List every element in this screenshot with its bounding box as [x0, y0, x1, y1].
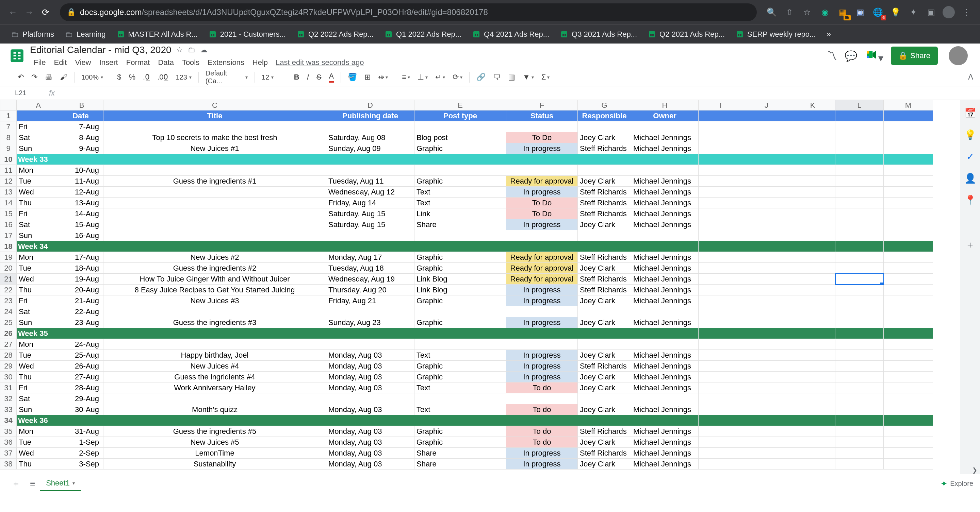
cell[interactable]: Text	[414, 382, 506, 393]
col-header-M[interactable]: M	[884, 100, 933, 111]
cell[interactable]: Joey Clark	[578, 459, 631, 469]
cell[interactable]	[698, 448, 743, 459]
cell[interactable]: Michael Jennings	[631, 350, 698, 361]
cell[interactable]: Monday, Aug 03	[326, 437, 414, 448]
cell[interactable]	[414, 339, 506, 350]
row-header[interactable]: 1	[0, 111, 17, 121]
row-header[interactable]: 27	[0, 339, 17, 350]
cell[interactable]: Michael Jennings	[631, 361, 698, 372]
cell[interactable]: Thursday, Aug 20	[326, 285, 414, 295]
explore-button[interactable]: ✦Explore	[940, 479, 973, 488]
cell[interactable]: Ready for approval	[506, 252, 578, 263]
cell[interactable]: In progress	[506, 459, 578, 469]
share-icon[interactable]: ⇧	[783, 5, 796, 19]
cell[interactable]: Fri	[17, 295, 60, 306]
cell[interactable]	[790, 382, 835, 393]
cell[interactable]: Sat	[17, 306, 60, 317]
wrap-icon[interactable]: ↵ ▾	[433, 71, 448, 83]
cell[interactable]	[884, 415, 933, 426]
cell[interactable]	[698, 285, 743, 295]
cell[interactable]	[835, 328, 884, 339]
cell[interactable]	[790, 437, 835, 448]
cell[interactable]	[698, 393, 743, 404]
cell[interactable]: Link	[414, 208, 506, 219]
cell[interactable]	[698, 274, 743, 285]
col-header-J[interactable]: J	[743, 100, 790, 111]
cell[interactable]: Joey Clark	[578, 132, 631, 143]
cell[interactable]	[835, 339, 884, 350]
strike-icon[interactable]: S	[314, 71, 324, 83]
cell[interactable]	[835, 208, 884, 219]
cell[interactable]	[743, 176, 790, 187]
cell[interactable]	[506, 306, 578, 317]
ext-globe-icon[interactable]: 🌐6	[871, 5, 885, 19]
redo-icon[interactable]: ↷	[29, 71, 40, 83]
contacts-icon[interactable]: 👤	[964, 172, 976, 184]
cell[interactable]	[326, 121, 414, 132]
row-header[interactable]: 23	[0, 295, 17, 306]
cell[interactable]: In progress	[506, 285, 578, 295]
cell[interactable]	[103, 393, 326, 404]
cell[interactable]	[884, 252, 933, 263]
menu-view[interactable]: View	[71, 57, 95, 68]
cell[interactable]: Graphic	[414, 143, 506, 154]
cell[interactable]	[790, 361, 835, 372]
bookmark-item[interactable]: 🗀Platforms	[7, 27, 58, 41]
col-header-H[interactable]: H	[631, 100, 698, 111]
cell[interactable]: 17-Aug	[60, 252, 103, 263]
row-header[interactable]: 26	[0, 328, 17, 339]
cell[interactable]: Sat	[17, 219, 60, 230]
cell[interactable]: Text	[414, 404, 506, 415]
cell[interactable]: Steff Richards	[578, 198, 631, 208]
cell[interactable]: In progress	[506, 448, 578, 459]
cell[interactable]: Joey Clark	[578, 350, 631, 361]
merge-icon[interactable]: ⇹ ▾	[375, 71, 391, 83]
cell[interactable]	[506, 230, 578, 241]
cell[interactable]: Wed	[17, 448, 60, 459]
cell[interactable]: New Juices #1	[103, 143, 326, 154]
bookmark-item[interactable]: Q2 2022 Ads Rep...	[293, 28, 378, 41]
cell[interactable]: How To Juice Ginger With and Without Jui…	[103, 274, 326, 285]
cell[interactable]: Text	[414, 350, 506, 361]
cell[interactable]: 7-Aug	[60, 121, 103, 132]
menu-edit[interactable]: Edit	[50, 57, 70, 68]
cell[interactable]	[884, 208, 933, 219]
menu-help[interactable]: Help	[249, 57, 272, 68]
cell[interactable]	[835, 426, 884, 437]
back-icon[interactable]: ←	[7, 6, 19, 18]
tasks-icon[interactable]: ✓	[964, 150, 976, 163]
cell[interactable]	[326, 306, 414, 317]
last-edit[interactable]: Last edit was seconds ago	[275, 58, 364, 67]
cell[interactable]	[743, 263, 790, 274]
col-header-F[interactable]: F	[506, 100, 578, 111]
search-icon[interactable]: 🔍	[765, 5, 778, 19]
cell[interactable]	[790, 187, 835, 198]
cell[interactable]: Steff Richards	[578, 426, 631, 437]
cell[interactable]	[790, 121, 835, 132]
cell[interactable]: Graphic	[414, 317, 506, 328]
cell[interactable]	[790, 459, 835, 469]
cell[interactable]	[835, 252, 884, 263]
cell[interactable]: Graphic	[414, 176, 506, 187]
col-header-G[interactable]: G	[578, 100, 631, 111]
cell[interactable]: Work Anniversary Hailey	[103, 382, 326, 393]
bold-icon[interactable]: B	[291, 71, 302, 83]
chrome-menu-icon[interactable]: ⋮	[959, 5, 973, 19]
cell[interactable]: Happy birthday, Joel	[103, 350, 326, 361]
cell[interactable]: Share	[414, 219, 506, 230]
row-header[interactable]: 30	[0, 372, 17, 382]
cell[interactable]	[884, 317, 933, 328]
cell[interactable]	[743, 448, 790, 459]
cell[interactable]	[790, 274, 835, 285]
cell[interactable]: Joey Clark	[578, 176, 631, 187]
cell[interactable]: 31-Aug	[60, 426, 103, 437]
cell[interactable]	[835, 382, 884, 393]
header-cell[interactable]	[743, 111, 790, 121]
row-header[interactable]: 11	[0, 165, 17, 176]
cell[interactable]: In progress	[506, 219, 578, 230]
cell[interactable]: Joey Clark	[578, 317, 631, 328]
week-banner[interactable]: Week 35	[17, 328, 698, 339]
cell[interactable]	[698, 459, 743, 469]
cell[interactable]: Steff Richards	[578, 274, 631, 285]
cell[interactable]	[790, 263, 835, 274]
